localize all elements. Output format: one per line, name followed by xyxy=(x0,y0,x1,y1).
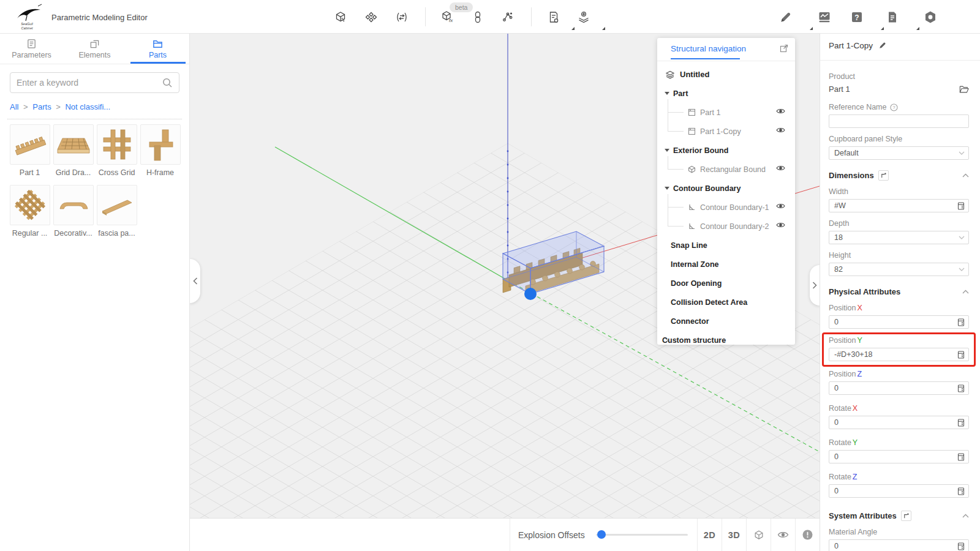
part-thumbnail[interactable] xyxy=(10,185,50,225)
tree-group-contour-boundary[interactable]: Contour Boundary xyxy=(657,179,795,198)
collapse-left-panel-handle[interactable] xyxy=(190,259,200,303)
formula-calculator-icon[interactable] xyxy=(957,453,965,461)
structural-navigation-title[interactable]: Structural navigation xyxy=(671,44,746,53)
formula-calculator-icon[interactable] xyxy=(957,351,965,359)
tree-item-untitled[interactable]: Untitled xyxy=(657,65,795,84)
rename-pencil-icon[interactable] xyxy=(878,41,887,50)
tab-parts[interactable]: Parts xyxy=(126,34,189,64)
node-graph-icon[interactable] xyxy=(500,9,516,25)
tree-item-part-1-copy-selected[interactable]: Part 1-Copy xyxy=(657,122,795,141)
part-card[interactable]: Grid Dra... xyxy=(51,124,95,182)
breadcrumb-parts[interactable]: Parts xyxy=(32,102,51,111)
activity-monitor-icon[interactable] xyxy=(816,9,832,25)
rotate-x-input[interactable] xyxy=(834,418,957,427)
search-icon[interactable] xyxy=(162,77,173,88)
cupboard-style-select[interactable]: Default xyxy=(829,146,969,160)
caret-down-icon[interactable] xyxy=(665,92,669,95)
caret-down-icon[interactable] xyxy=(665,149,669,152)
part-thumbnail[interactable] xyxy=(97,185,137,225)
view-3d-button[interactable]: 3D xyxy=(722,519,746,551)
height-select[interactable]: 82 xyxy=(829,263,969,276)
part-thumbnail[interactable] xyxy=(140,124,181,165)
tree-group-door-opening[interactable]: Door Opening xyxy=(657,274,795,293)
warnings-button[interactable] xyxy=(796,519,820,551)
part-card[interactable]: Part 1 xyxy=(8,124,51,182)
dropdown-corner-icon[interactable] xyxy=(916,27,919,30)
origin-handle-sphere[interactable] xyxy=(524,288,537,300)
collapse-right-panel-handle[interactable] xyxy=(810,265,820,305)
part-card[interactable]: Regular ... xyxy=(8,185,51,243)
tree-item-rectangular-bound[interactable]: Rectangular Bound xyxy=(657,160,795,179)
formula-calculator-icon[interactable] xyxy=(957,202,965,210)
visibility-eye-icon[interactable] xyxy=(776,127,785,133)
caret-down-icon[interactable] xyxy=(665,187,669,190)
document-gear-icon[interactable] xyxy=(546,9,562,25)
position-y-input[interactable] xyxy=(834,350,957,359)
part-thumbnail[interactable] xyxy=(10,124,50,165)
part-thumbnail[interactable] xyxy=(53,124,94,165)
slider-knob[interactable] xyxy=(597,530,606,539)
tab-parameters[interactable]: Parameters xyxy=(0,34,63,64)
keyword-search[interactable] xyxy=(10,72,179,93)
tab-elements[interactable]: Elements xyxy=(63,34,126,64)
collapse-section-icon[interactable] xyxy=(962,290,969,294)
part-card[interactable]: fascia pa... xyxy=(95,185,138,243)
position-z-input[interactable] xyxy=(834,384,957,392)
part-thumbnail[interactable] xyxy=(53,185,94,225)
reference-name-input[interactable] xyxy=(834,117,965,126)
open-folder-icon[interactable] xyxy=(959,85,969,94)
part-card[interactable]: H-frame xyxy=(138,124,182,182)
rotate-y-input[interactable] xyxy=(834,452,957,461)
tree-item-contour-boundary-2[interactable]: Contour Boundary-2 xyxy=(657,217,795,236)
tree-group-connector[interactable]: Connector xyxy=(657,312,795,331)
link-dimensions-icon[interactable] xyxy=(878,170,889,181)
tree-group-exterior-bound[interactable]: Exterior Bound xyxy=(657,141,795,160)
formula-calculator-icon[interactable] xyxy=(957,487,965,495)
visibility-eye-icon[interactable] xyxy=(776,108,785,114)
collapse-section-icon[interactable] xyxy=(962,173,969,178)
dimensions-section-header[interactable]: Dimensions xyxy=(829,168,969,182)
isometric-cube-button[interactable] xyxy=(747,519,771,551)
layers-import-icon[interactable] xyxy=(576,9,592,25)
link-system-icon[interactable] xyxy=(901,511,911,521)
tree-item-part-1[interactable]: Part 1 xyxy=(657,103,795,122)
material-angle-input[interactable] xyxy=(834,542,957,550)
view-2d-button[interactable]: 2D xyxy=(698,519,722,551)
formula-calculator-icon[interactable] xyxy=(957,384,965,392)
formula-calculator-icon[interactable] xyxy=(957,419,965,427)
cube-components-icon[interactable] xyxy=(333,9,349,25)
formula-calculator-icon[interactable] xyxy=(957,542,965,550)
dropdown-corner-icon[interactable] xyxy=(602,27,605,30)
width-input[interactable] xyxy=(834,201,957,210)
tree-group-snap-line[interactable]: Snap Line xyxy=(657,236,795,255)
swap-arrows-icon[interactable] xyxy=(394,9,410,25)
breadcrumb-category[interactable]: Not classifi... xyxy=(65,102,110,111)
dropdown-corner-icon[interactable] xyxy=(810,27,813,30)
settings-hexnut-icon[interactable] xyxy=(922,9,938,25)
part-thumbnail[interactable] xyxy=(97,124,137,165)
tree-group-internal-zone[interactable]: Internal Zone xyxy=(657,255,795,274)
dropdown-corner-icon[interactable] xyxy=(571,27,575,30)
system-attributes-section-header[interactable]: System Attributes xyxy=(829,509,969,522)
expand-panel-icon[interactable] xyxy=(780,44,788,53)
rotate-z-input[interactable] xyxy=(834,487,957,495)
help-icon[interactable]: ? xyxy=(849,9,865,25)
tree-group-collision-detect-area[interactable]: Collision Detect Area xyxy=(657,293,795,312)
physical-attributes-section-header[interactable]: Physical Attributes xyxy=(829,285,969,298)
formula-calculator-icon[interactable] xyxy=(957,318,965,326)
explosion-offsets-slider[interactable] xyxy=(596,534,688,536)
tree-group-part[interactable]: Part xyxy=(657,84,795,103)
part-card[interactable]: Decorativ... xyxy=(51,185,95,243)
visibility-button[interactable] xyxy=(771,519,795,551)
breadcrumb-all[interactable]: All xyxy=(10,102,18,111)
visibility-eye-icon[interactable] xyxy=(776,222,785,228)
pattern-array-icon[interactable] xyxy=(363,9,379,25)
dropdown-corner-icon[interactable] xyxy=(881,27,884,30)
depth-select[interactable]: 18 xyxy=(829,231,969,244)
tree-item-contour-boundary-1[interactable]: Contour Boundary-1 xyxy=(657,198,795,217)
visibility-eye-icon[interactable] xyxy=(776,203,785,209)
search-input[interactable] xyxy=(17,78,162,88)
link-icon[interactable] xyxy=(470,9,486,25)
help-circle-icon[interactable]: ? xyxy=(890,103,898,111)
collapse-section-icon[interactable] xyxy=(962,514,969,518)
